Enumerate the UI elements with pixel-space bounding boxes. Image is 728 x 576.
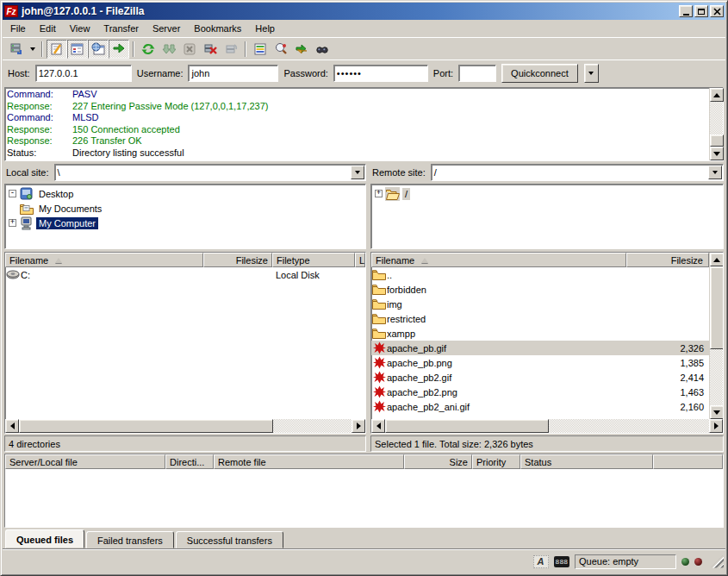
queue-body[interactable] [5,469,723,527]
expand-icon[interactable]: + [375,190,383,197]
refresh-button[interactable] [138,40,159,59]
scroll-down-button[interactable] [710,405,723,419]
remote-site-path[interactable]: / [432,167,707,178]
reconnect-button[interactable] [221,40,241,59]
port-input[interactable] [458,65,496,82]
site-manager-button[interactable] [6,40,27,59]
tree-item-label[interactable]: My Documents [36,203,104,215]
resize-grip[interactable] [711,555,724,568]
tab-failed-transfers[interactable]: Failed transfers [86,531,174,548]
column-header-filename[interactable]: Filename [371,253,626,267]
filter-button[interactable] [250,40,271,59]
menu-help[interactable]: Help [248,22,282,35]
tab-queued-files[interactable]: Queued files [5,529,84,548]
scroll-up-button[interactable] [710,253,723,266]
site-manager-dropdown[interactable] [27,40,38,59]
tree-item-label[interactable]: My Computer [36,217,98,229]
compare-directories-button[interactable] [271,40,291,59]
toggle-local-tree-button[interactable] [67,40,88,59]
process-queue-button[interactable] [159,40,179,59]
scroll-left-button[interactable] [5,419,19,433]
menu-view[interactable]: View [63,22,97,35]
scrollbar-thumb[interactable] [710,266,723,349]
scroll-left-button[interactable] [371,419,385,433]
scroll-up-button[interactable] [710,88,724,102]
local-site-path[interactable]: \ [55,167,350,178]
quickconnect-dropdown[interactable] [584,64,599,83]
file-row[interactable]: apache_pb.png1,385 [371,355,709,370]
column-header-filesize[interactable]: Filesize [626,253,709,267]
toolbar-separator [133,41,134,57]
minimize-button[interactable] [679,5,693,17]
username-input[interactable] [188,65,278,82]
menu-server[interactable]: Server [146,22,187,35]
toggle-message-log-button[interactable] [47,40,67,59]
local-horizontal-scrollbar[interactable] [5,419,365,433]
remote-panel: Remote site: / + / [370,163,724,452]
password-input[interactable] [333,65,428,82]
host-input[interactable] [35,65,132,82]
column-header-filetype[interactable]: Filetype [272,253,355,267]
file-row-c-drive[interactable]: C: Local Disk [5,267,365,282]
tree-item-root[interactable]: + / [372,186,722,201]
remote-vertical-scrollbar[interactable] [709,253,723,419]
sort-ascending-icon [421,258,428,263]
scroll-right-button[interactable] [709,419,723,433]
local-site-combo[interactable]: \ [54,164,366,181]
menu-transfer[interactable]: Transfer [96,22,146,35]
tree-item-label[interactable]: / [402,188,410,200]
scroll-right-button[interactable] [352,419,365,433]
column-header-filesize[interactable]: Filesize [203,253,272,267]
close-button[interactable] [710,5,724,17]
expand-icon[interactable]: + [9,219,16,227]
tab-successful-transfers[interactable]: Successful transfers [176,531,283,548]
column-header-status[interactable]: Status [520,454,653,469]
scrollbar-thumb[interactable] [385,419,549,433]
file-row[interactable]: restricted [371,311,709,326]
collapse-icon[interactable]: - [9,190,16,197]
column-header-last-modified[interactable]: L [355,253,365,267]
file-row[interactable]: apache_pb2.gif2,414 [371,370,709,385]
find-files-button[interactable] [312,40,333,59]
toggle-queue-button[interactable] [109,40,129,59]
file-row[interactable]: img [371,297,709,311]
scrollbar-thumb[interactable] [710,135,724,147]
file-row[interactable]: .. [371,267,709,282]
remote-horizontal-scrollbar[interactable] [371,419,723,433]
file-row-selected[interactable]: apache_pb.gif2,326 [371,341,709,355]
folder-icon [371,327,387,341]
synchronized-browsing-button[interactable] [291,40,312,59]
scrollbar-thumb[interactable] [19,419,273,433]
scroll-down-button[interactable] [710,147,724,160]
file-row[interactable]: forbidden [371,282,709,297]
menu-file[interactable]: File [3,22,33,35]
message-log-scrollbar[interactable] [709,88,723,160]
titlebar[interactable]: Fz john@127.0.0.1 - FileZilla [3,3,725,20]
toggle-remote-tree-button[interactable] [88,40,109,59]
tree-item-label[interactable]: Desktop [36,188,76,200]
port-label: Port: [433,68,453,78]
file-row[interactable]: apache_pb2.png1,463 [371,385,709,399]
maximize-button[interactable] [694,5,708,17]
tree-item-desktop[interactable]: - Desktop [6,186,364,201]
menu-edit[interactable]: Edit [33,22,63,35]
column-header-size[interactable]: Size [404,454,472,469]
column-header-server-local-file[interactable]: Server/Local file [5,454,165,469]
tree-item-my-documents[interactable]: My Documents [6,201,364,216]
column-header-priority[interactable]: Priority [472,454,520,469]
cancel-button[interactable] [179,40,200,59]
menubar: File Edit View Transfer Server Bookmarks… [3,20,725,37]
column-header-direction[interactable]: Directi... [165,454,214,469]
local-status-bar: 4 directories [4,435,366,452]
remote-site-combo[interactable]: / [431,164,724,181]
disconnect-button[interactable] [200,40,221,59]
local-site-dropdown[interactable] [351,166,364,179]
menu-bookmarks[interactable]: Bookmarks [187,22,248,35]
quickconnect-button[interactable]: Quickconnect [501,64,578,83]
remote-site-dropdown[interactable] [708,166,722,179]
tree-item-my-computer[interactable]: + My Computer [6,216,364,230]
column-header-remote-file[interactable]: Remote file [214,454,404,469]
file-row[interactable]: xampp [371,326,709,341]
column-header-filename[interactable]: Filename [5,253,203,267]
file-row[interactable]: apache_pb2_ani.gif2,160 [371,399,709,414]
